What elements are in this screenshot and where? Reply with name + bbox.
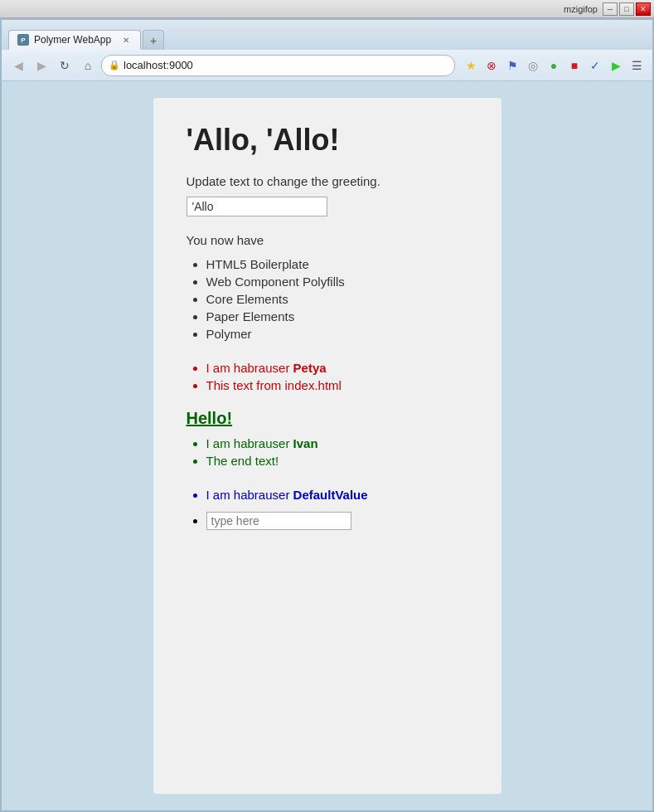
nav-bar: ◀ ▶ ↻ ⌂ 🔒 ★ ⊗ ⚑ ◎ ● ■ ✓ ▶ ☰ [2, 50, 652, 81]
red-list: I am habrauser Petya This text from inde… [187, 361, 468, 392]
blue-item-bold-0: DefaultValue [293, 488, 368, 502]
extension3-icon[interactable]: ● [545, 56, 563, 75]
hello-heading: Hello! [187, 409, 468, 428]
blue-item-prefix-0: I am habrauser [206, 488, 293, 502]
tab-bar: P Polymer WebApp ✕ + [2, 20, 652, 50]
close-button[interactable]: ✕ [636, 2, 651, 16]
title-bar-username: mzigifop [564, 4, 598, 14]
type-input-item [206, 512, 468, 530]
list-item: Core Elements [206, 292, 468, 306]
tab-favicon: P [17, 34, 29, 46]
content-card: 'Allo, 'Allo! Update text to change the … [153, 98, 501, 794]
green-item-prefix-1: The end text! [206, 454, 279, 468]
blue-list: I am habrauser DefaultValue [187, 488, 468, 502]
back-button[interactable]: ◀ [8, 56, 28, 75]
green-item-prefix-0: I am habrauser [206, 436, 293, 450]
list-item: HTML5 Boilerplate [206, 257, 468, 271]
restore-button[interactable]: □ [619, 2, 634, 16]
type-input-list [187, 512, 468, 530]
forward-button[interactable]: ▶ [31, 56, 51, 75]
subtitle: Update text to change the greeting. [187, 174, 468, 188]
extension-icon[interactable]: ⚑ [503, 56, 521, 75]
reload-button[interactable]: ↻ [55, 56, 75, 75]
feature-list: HTML5 Boilerplate Web Component Polyfill… [187, 257, 468, 341]
list-item: I am habrauser Ivan [206, 436, 468, 450]
type-here-input[interactable] [206, 512, 351, 530]
address-bar-container: 🔒 [101, 55, 455, 76]
red-item-prefix-0: I am habrauser [206, 361, 293, 375]
green-list: I am habrauser Ivan The end text! [187, 436, 468, 468]
list-item: The end text! [206, 454, 468, 468]
menu-icon[interactable]: ☰ [627, 56, 646, 75]
minimize-button[interactable]: ─ [603, 2, 618, 16]
nav-icons: ★ ⊗ ⚑ ◎ ● ■ ✓ ▶ ☰ [462, 56, 646, 75]
bookmark-icon[interactable]: ★ [462, 56, 480, 75]
new-tab-button[interactable]: + [143, 30, 164, 50]
green-item-bold-0: Ivan [293, 436, 318, 450]
list-item: Web Component Polyfills [206, 275, 468, 289]
address-bar[interactable] [124, 59, 448, 71]
stop-icon[interactable]: ⊗ [482, 56, 501, 75]
extension4-icon[interactable]: ■ [565, 56, 584, 75]
extension5-icon[interactable]: ✓ [586, 56, 604, 75]
greeting-input[interactable] [187, 197, 327, 216]
extension6-icon[interactable]: ▶ [607, 56, 625, 75]
list-item: I am habrauser DefaultValue [206, 488, 468, 502]
active-tab[interactable]: P Polymer WebApp ✕ [8, 30, 141, 50]
list-item: Polymer [206, 327, 468, 341]
title-bar: mzigifop ─ □ ✕ [0, 0, 654, 18]
address-lock-icon: 🔒 [109, 60, 120, 71]
page-area: 'Allo, 'Allo! Update text to change the … [2, 81, 652, 810]
tab-title: Polymer WebApp [34, 34, 111, 46]
home-button[interactable]: ⌂ [78, 56, 98, 75]
extension2-icon[interactable]: ◎ [524, 56, 542, 75]
red-item-bold-0: Petya [293, 361, 327, 375]
tab-close-button[interactable]: ✕ [120, 34, 132, 46]
you-now-text: You now have [187, 233, 468, 247]
list-item: Paper Elements [206, 309, 468, 323]
title-bar-controls: ─ □ ✕ [603, 2, 651, 16]
list-item: I am habrauser Petya [206, 361, 468, 375]
list-item: This text from index.html [206, 378, 468, 392]
browser-window: P Polymer WebApp ✕ + ◀ ▶ ↻ ⌂ 🔒 ★ ⊗ ⚑ ◎ ●… [0, 18, 654, 812]
main-title: 'Allo, 'Allo! [187, 123, 468, 158]
red-item-prefix-1: This text from index.html [206, 378, 342, 392]
